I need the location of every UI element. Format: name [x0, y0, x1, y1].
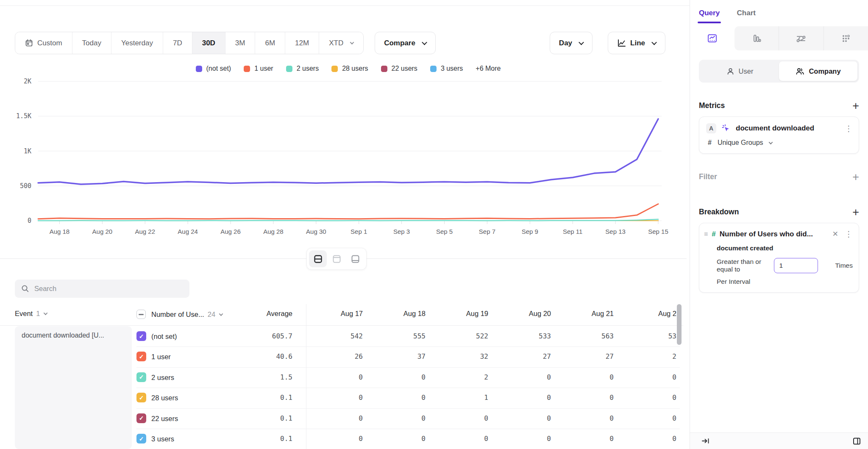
range-button-today[interactable]: Today	[72, 32, 111, 54]
kebab-menu-icon[interactable]: ⋮	[845, 230, 853, 238]
svg-text:Sep 11: Sep 11	[563, 228, 582, 235]
series-column-label[interactable]: Number of Use...	[151, 310, 204, 319]
series-column-header: Number of Use... 24	[136, 310, 223, 319]
add-metric-button[interactable]: +	[852, 102, 859, 110]
row-checkbox[interactable]	[136, 434, 146, 443]
legend-item[interactable]: 22 users	[381, 65, 417, 72]
series-count: 24	[208, 310, 215, 319]
row-value: 533	[494, 326, 551, 346]
row-label[interactable]: 22 users	[151, 408, 178, 429]
date-column-header: Aug 21	[557, 310, 614, 318]
per-interval-label: Per Interval	[704, 278, 853, 285]
range-button-6m[interactable]: 6M	[255, 32, 285, 54]
row-label[interactable]: 1 user	[151, 346, 171, 367]
row-value: 0	[557, 429, 614, 449]
compare-button[interactable]: Compare	[375, 32, 436, 54]
row-checkbox[interactable]	[136, 413, 146, 423]
compare-label: Compare	[384, 39, 415, 47]
svg-text:Aug 28: Aug 28	[263, 228, 284, 235]
row-checkbox[interactable]	[136, 393, 146, 402]
row-label[interactable]: 3 users	[151, 429, 174, 449]
range-button-xtd[interactable]: XTD	[319, 32, 363, 54]
aggregation-selector[interactable]: # Unique Groups	[706, 139, 853, 147]
legend-swatch	[286, 66, 292, 72]
row-value: 0	[369, 388, 426, 408]
table-scrollbar[interactable]	[677, 304, 682, 345]
chart-type-tabs	[690, 26, 868, 50]
legend-swatch	[381, 66, 387, 72]
filter-title: Filter	[699, 172, 717, 181]
svg-text:Sep 5: Sep 5	[436, 228, 453, 235]
row-checkbox[interactable]	[136, 352, 146, 361]
date-column-header: Aug 2	[620, 310, 676, 318]
range-button-custom[interactable]: Custom	[15, 32, 72, 54]
event-click-icon	[721, 124, 731, 133]
row-label[interactable]: (not set)	[151, 326, 177, 346]
row-average: 40.6	[237, 346, 292, 367]
row-value: 555	[369, 326, 426, 346]
range-button-yesterday[interactable]: Yesterday	[111, 32, 163, 54]
legend-item[interactable]: 2 users	[286, 65, 319, 72]
range-button-3m[interactable]: 3M	[225, 32, 255, 54]
tab-query[interactable]: Query	[699, 0, 720, 23]
add-breakdown-button[interactable]: +	[852, 208, 859, 216]
legend-item[interactable]: 28 users	[331, 65, 368, 72]
close-icon[interactable]: ✕	[832, 230, 838, 238]
scope-user-label: User	[739, 67, 754, 75]
scope-company-option[interactable]: Company	[779, 61, 857, 81]
row-value: 26	[306, 346, 363, 367]
kebab-menu-icon[interactable]: ⋮	[845, 125, 853, 133]
legend-item[interactable]: (not set)	[196, 65, 231, 72]
select-all-checkbox[interactable]	[136, 310, 146, 319]
tab-flow-chart[interactable]	[779, 26, 823, 50]
row-checkbox[interactable]	[136, 372, 146, 382]
granularity-dropdown[interactable]: Day	[550, 32, 593, 54]
chevron-down-icon	[219, 312, 223, 316]
svg-text:1.5K: 1.5K	[16, 112, 31, 120]
event-count: 1	[36, 310, 40, 318]
tab-line-chart[interactable]	[690, 26, 734, 50]
metric-badge: A	[706, 123, 716, 133]
side-panel-icon[interactable]	[852, 437, 861, 445]
analytics-app: CustomTodayYesterday7D30D3M6M12MXTD Comp…	[0, 0, 868, 449]
chart-only-view-button[interactable]	[328, 250, 345, 267]
svg-text:Aug 18: Aug 18	[50, 228, 70, 235]
hash-icon: #	[708, 139, 712, 147]
row-label[interactable]: 2 users	[151, 367, 174, 388]
range-button-7d[interactable]: 7D	[163, 32, 192, 54]
chart-svg: 05001K1.5K2KAug 18Aug 20Aug 22Aug 24Aug …	[0, 76, 687, 244]
search-input[interactable]: Search	[15, 280, 189, 298]
row-value: 0	[369, 408, 426, 429]
split-view-button[interactable]	[309, 250, 327, 267]
row-value: 0	[557, 388, 614, 408]
tab-grid-chart[interactable]	[823, 26, 868, 50]
range-button-12m[interactable]: 12M	[285, 32, 319, 54]
results-table: Event 1 Number of Use... 24 Average Aug …	[0, 304, 683, 449]
svg-text:Aug 20: Aug 20	[92, 228, 113, 235]
tab-bar-chart[interactable]	[734, 26, 779, 50]
tab-chart[interactable]: Chart	[737, 0, 756, 23]
range-button-30d[interactable]: 30D	[192, 32, 225, 54]
drag-handle-icon[interactable]: ≡	[704, 230, 708, 238]
add-filter-button[interactable]: +	[852, 173, 859, 181]
date-column-header: Aug 19	[431, 310, 488, 318]
legend-item[interactable]: 1 user	[244, 65, 273, 72]
event-column-header[interactable]: Event 1	[15, 310, 47, 318]
scope-user-option[interactable]: User	[701, 61, 779, 81]
times-value-input[interactable]	[774, 258, 818, 273]
row-label[interactable]: 28 users	[151, 388, 178, 408]
svg-text:Sep 15: Sep 15	[648, 228, 668, 235]
breakdown-card[interactable]: ≡ # Number of Users who did... ✕ ⋮ docum…	[699, 223, 859, 293]
legend-swatch	[430, 66, 437, 72]
breakdown-event-name: document created	[704, 244, 853, 252]
row-value: 0	[557, 408, 614, 429]
collapse-panel-icon[interactable]	[701, 437, 710, 445]
row-checkbox[interactable]	[136, 331, 146, 341]
chart-type-dropdown[interactable]: Line	[608, 32, 665, 54]
legend-item[interactable]: 3 users	[430, 65, 463, 72]
legend-more[interactable]: +6 More	[476, 65, 501, 72]
row-value: 0	[494, 367, 551, 388]
row-average: 0.1	[237, 388, 292, 408]
table-only-view-button[interactable]	[346, 250, 364, 267]
metric-card[interactable]: A document downloaded ⋮ # Unique Groups	[699, 116, 859, 154]
